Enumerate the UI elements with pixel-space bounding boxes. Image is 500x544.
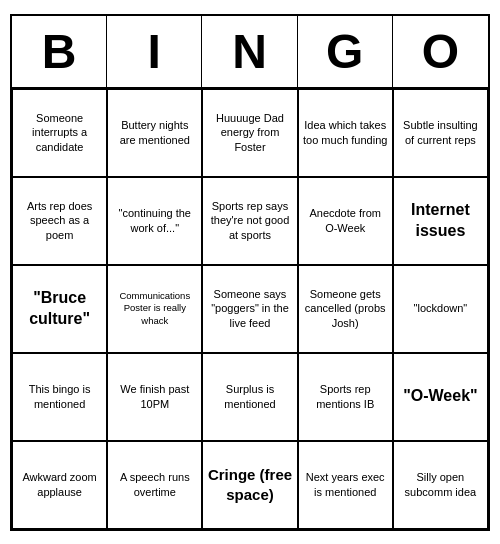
bingo-cell-17[interactable]: Surplus is mentioned: [202, 353, 297, 441]
bingo-cell-21[interactable]: A speech runs overtime: [107, 441, 202, 529]
bingo-cell-1[interactable]: Buttery nights are mentioned: [107, 89, 202, 177]
bingo-letter-b: B: [12, 16, 107, 87]
bingo-letter-g: G: [298, 16, 393, 87]
bingo-cell-5[interactable]: Arts rep does speech as a poem: [12, 177, 107, 265]
bingo-letter-i: I: [107, 16, 202, 87]
bingo-cell-2[interactable]: Huuuuge Dad energy from Foster: [202, 89, 297, 177]
bingo-cell-4[interactable]: Subtle insulting of current reps: [393, 89, 488, 177]
bingo-cell-10[interactable]: "Bruce culture": [12, 265, 107, 353]
bingo-cell-18[interactable]: Sports rep mentions IB: [298, 353, 393, 441]
bingo-cell-6[interactable]: "continuing the work of...": [107, 177, 202, 265]
bingo-cell-8[interactable]: Anecdote from O-Week: [298, 177, 393, 265]
bingo-cell-12[interactable]: Someone says "poggers" in the live feed: [202, 265, 297, 353]
bingo-cell-3[interactable]: Idea which takes too much funding: [298, 89, 393, 177]
bingo-cell-23[interactable]: Next years exec is mentioned: [298, 441, 393, 529]
bingo-grid: Someone interrupts a candidateButtery ni…: [12, 89, 488, 529]
bingo-cell-19[interactable]: "O-Week": [393, 353, 488, 441]
bingo-cell-0[interactable]: Someone interrupts a candidate: [12, 89, 107, 177]
bingo-letter-n: N: [202, 16, 297, 87]
bingo-cell-15[interactable]: This bingo is mentioned: [12, 353, 107, 441]
bingo-letter-o: O: [393, 16, 488, 87]
bingo-cell-22[interactable]: Cringe (free space): [202, 441, 297, 529]
bingo-card: BINGO Someone interrupts a candidateButt…: [10, 14, 490, 531]
bingo-cell-24[interactable]: Silly open subcomm idea: [393, 441, 488, 529]
bingo-cell-13[interactable]: Someone gets cancelled (probs Josh): [298, 265, 393, 353]
bingo-cell-7[interactable]: Sports rep says they're not good at spor…: [202, 177, 297, 265]
bingo-cell-20[interactable]: Awkward zoom applause: [12, 441, 107, 529]
bingo-cell-11[interactable]: Communications Poster is really whack: [107, 265, 202, 353]
bingo-cell-14[interactable]: "lockdown": [393, 265, 488, 353]
bingo-header: BINGO: [12, 16, 488, 89]
bingo-cell-16[interactable]: We finish past 10PM: [107, 353, 202, 441]
bingo-cell-9[interactable]: Internet issues: [393, 177, 488, 265]
